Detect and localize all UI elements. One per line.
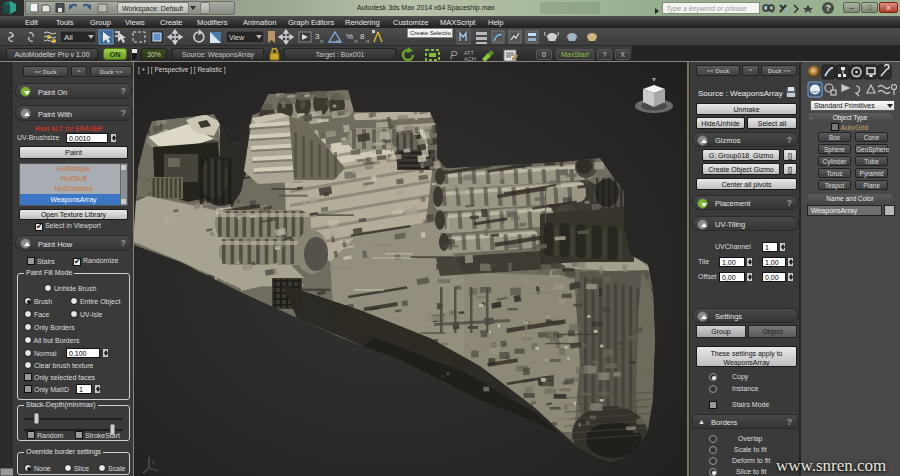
- svg-text:n: n: [354, 38, 357, 44]
- svg-text:n: n: [320, 38, 323, 44]
- svg-text:P: P: [450, 49, 458, 61]
- svg-text:View: View: [229, 34, 245, 41]
- svg-text:n: n: [366, 38, 369, 44]
- svg-text:%: %: [346, 32, 353, 41]
- svg-text:8: 8: [360, 32, 365, 41]
- svg-text:n: n: [336, 38, 339, 44]
- svg-text:All: All: [64, 33, 73, 42]
- svg-text:z: z: [152, 459, 155, 465]
